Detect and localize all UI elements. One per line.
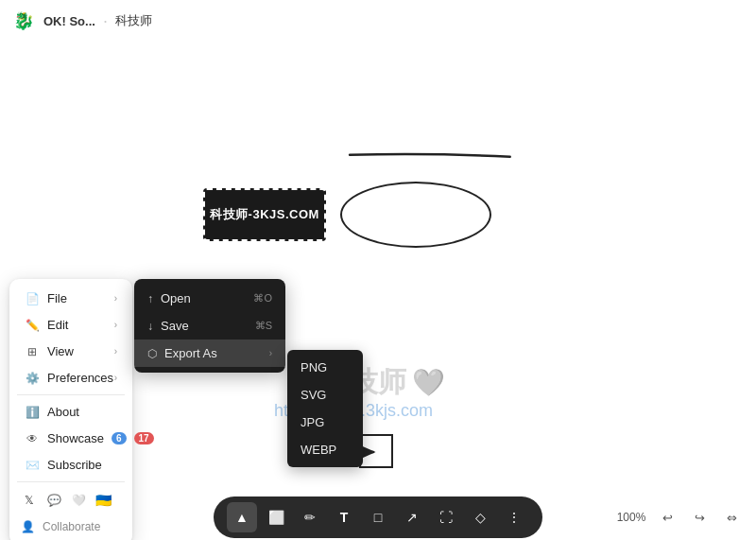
fit-button[interactable]: ⇔ <box>718 504 745 531</box>
menu-item-showcase[interactable]: 👁 Showcase 6 17 <box>13 426 129 451</box>
toolbar-select[interactable]: ⬜ <box>261 502 291 532</box>
file-open[interactable]: ↑ Open ⌘O <box>134 285 285 312</box>
export-webp[interactable]: WEBP <box>287 436 363 463</box>
view-chevron: › <box>114 346 117 357</box>
export-jpg[interactable]: JPG <box>287 409 363 436</box>
file-save[interactable]: ↓ Save ⌘S <box>134 312 285 340</box>
pointer-icon: ▲ <box>235 510 249 525</box>
toolbar-eraser[interactable]: ◇ <box>465 502 495 532</box>
canvas-oval <box>340 182 491 248</box>
file-submenu: ↑ Open ⌘O ↓ Save ⌘S ⬡ Export As › <box>134 279 285 373</box>
canvas-logo-box: 科技师-3KJS.COM <box>203 188 326 241</box>
main-menu: 📄 File › ✏️ Edit › ⊞ View › ⚙️ Preferenc… <box>9 279 132 540</box>
open-icon: ↑ <box>147 292 153 305</box>
edit-icon: ✏️ <box>25 319 40 332</box>
menu-divider-1 <box>17 394 125 395</box>
menu-item-subscribe[interactable]: ✉️ Subscribe <box>13 452 129 478</box>
preferences-chevron: › <box>114 373 117 383</box>
toolbar-right: 100% ↩ ↪ ⇔ <box>614 504 745 531</box>
menu-divider-2 <box>17 481 125 482</box>
topbar-separator: · <box>103 11 108 31</box>
collaborate-icon: 👤 <box>21 520 35 533</box>
svg-text:🐉: 🐉 <box>13 10 35 31</box>
file-chevron: › <box>114 293 117 304</box>
text-icon: T <box>340 510 349 525</box>
toolbar-main: ▲ ⬜ ✏ T □ ↗ ⛶ ◇ ⋮ <box>214 496 542 538</box>
menu-item-file[interactable]: 📄 File › <box>13 286 129 311</box>
rect-icon: □ <box>374 510 382 525</box>
undo-icon: ↩ <box>662 511 673 525</box>
app-name: OK! So... <box>43 14 95 28</box>
watermark-heart: 🩶 <box>412 367 445 398</box>
file-export-as[interactable]: ⬡ Export As › <box>134 340 285 367</box>
menu-collaborate[interactable]: 👤 Collaborate <box>9 514 132 539</box>
toolbar-image[interactable]: ⛶ <box>431 502 461 532</box>
topbar-title: 科技师 <box>115 12 152 29</box>
app-logo[interactable]: 🐉 OK! So... <box>11 8 95 34</box>
chat-icon[interactable]: 💬 <box>45 492 62 509</box>
topbar: 🐉 OK! So... · 科技师 <box>0 0 756 42</box>
toolbar-more[interactable]: ⋮ <box>499 502 529 532</box>
toolbar-text[interactable]: T <box>329 502 359 532</box>
redo-icon: ↪ <box>695 511 705 525</box>
menu-social: 𝕏 💬 🤍 🇺🇦 <box>9 486 132 514</box>
logo-icon: 🐉 <box>11 8 38 34</box>
menu-item-about[interactable]: ℹ️ About <box>13 399 129 425</box>
showcase-badge2: 17 <box>134 432 154 444</box>
menu-item-edit[interactable]: ✏️ Edit › <box>13 312 129 338</box>
eraser-icon: ◇ <box>475 510 486 525</box>
canvas-arrow-box <box>359 434 393 468</box>
showcase-badge: 6 <box>112 432 127 444</box>
more-icon: ⋮ <box>507 510 521 525</box>
file-icon: 📄 <box>25 292 40 305</box>
select-icon: ⬜ <box>268 510 284 525</box>
export-submenu: PNG SVG JPG WEBP <box>287 350 363 467</box>
pen-icon: ✏ <box>304 510 316 525</box>
fit-icon: ⇔ <box>727 511 737 525</box>
open-shortcut: ⌘O <box>253 292 272 305</box>
zoom-level: 100% <box>614 511 648 524</box>
arrow-icon: ↗ <box>406 510 418 525</box>
save-shortcut: ⌘S <box>255 320 272 332</box>
toolbar-pointer[interactable]: ▲ <box>227 502 257 532</box>
export-chevron: › <box>269 348 272 358</box>
menu-item-preferences[interactable]: ⚙️ Preferences › <box>13 365 129 391</box>
twitter-icon[interactable]: 𝕏 <box>21 492 38 509</box>
redo-button[interactable]: ↪ <box>686 504 713 531</box>
export-icon: ⬡ <box>147 347 157 360</box>
image-icon: ⛶ <box>439 510 453 525</box>
export-svg[interactable]: SVG <box>287 381 363 409</box>
ukraine-icon[interactable]: 🇺🇦 <box>94 492 112 509</box>
save-icon: ↓ <box>147 320 153 333</box>
about-icon: ℹ️ <box>25 406 40 419</box>
toolbar-pen[interactable]: ✏ <box>295 502 325 532</box>
toolbar-rect[interactable]: □ <box>363 502 393 532</box>
edit-chevron: › <box>114 320 117 330</box>
view-icon: ⊞ <box>25 345 40 358</box>
showcase-icon: 👁 <box>25 432 40 445</box>
subscribe-icon: ✉️ <box>25 459 40 472</box>
menu-item-view[interactable]: ⊞ View › <box>13 339 129 364</box>
preferences-icon: ⚙️ <box>25 372 40 385</box>
undo-button[interactable]: ↩ <box>654 504 680 531</box>
export-png[interactable]: PNG <box>287 354 363 381</box>
toolbar-arrow[interactable]: ↗ <box>397 502 427 532</box>
heart-icon[interactable]: 🤍 <box>70 492 87 509</box>
